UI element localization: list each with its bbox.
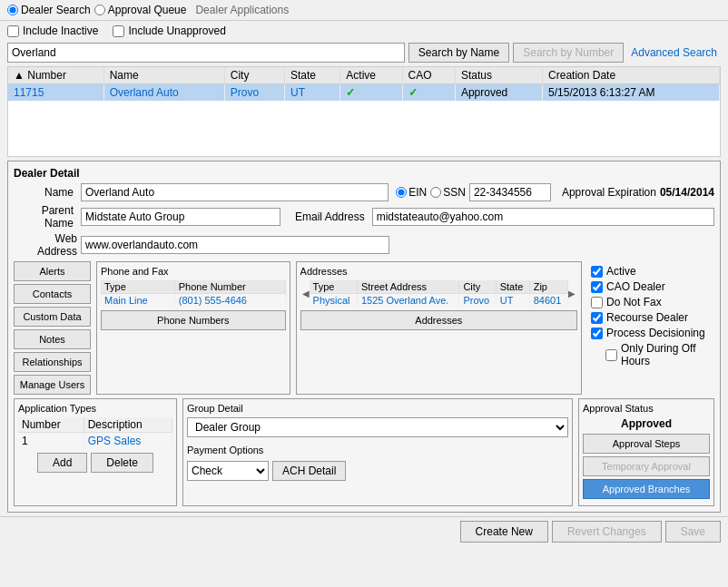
phone-row[interactable]: Main Line (801) 555-4646 xyxy=(101,294,285,308)
phone-table: Type Phone Number Main Line (801) 555-46… xyxy=(101,280,286,307)
app-description: GPS Sales xyxy=(84,433,172,450)
left-buttons-panel: Alerts Contacts Custom Data Notes Relati… xyxy=(14,261,91,395)
app-types-table: Number Description 1 GPS Sales xyxy=(18,417,172,449)
group-detail-section: Group Detail Dealer Group Payment Option… xyxy=(182,398,573,506)
manage-users-button[interactable]: Manage Users xyxy=(14,375,91,395)
payment-options-title: Payment Options xyxy=(187,445,568,455)
recourse-dealer-checkbox[interactable]: Recourse Dealer xyxy=(591,311,711,324)
addr-city-header: City xyxy=(459,280,496,294)
include-inactive-checkbox[interactable]: Include Inactive xyxy=(7,24,98,37)
addr-type: Physical xyxy=(310,294,358,308)
process-decisioning-checkbox[interactable]: Process Decisioning xyxy=(591,327,711,339)
addr-state-header: State xyxy=(496,280,529,294)
col-active-header[interactable]: Active xyxy=(340,67,402,84)
name-label: Name xyxy=(14,186,77,199)
phone-number-header: Phone Number xyxy=(174,280,285,294)
app-types-title: Application Types xyxy=(18,403,172,414)
row-name[interactable]: Overland Auto xyxy=(103,84,224,102)
add-button[interactable]: Add xyxy=(37,453,87,473)
col-state-header[interactable]: State xyxy=(285,67,340,84)
group-select[interactable]: Dealer Group xyxy=(187,417,568,437)
relationships-button[interactable]: Relationships xyxy=(14,352,91,372)
phone-number: (801) 555-4646 xyxy=(174,294,285,308)
save-button[interactable]: Save xyxy=(665,521,721,543)
cao-dealer-checkbox[interactable]: CAO Dealer xyxy=(591,280,711,293)
addr-zip: 84601 xyxy=(529,294,567,308)
temporary-approval-button[interactable]: Temporary Approval xyxy=(583,456,710,476)
app-types-row[interactable]: 1 GPS Sales xyxy=(18,433,172,450)
web-label: Web Address xyxy=(14,232,77,258)
email-input[interactable] xyxy=(372,208,714,226)
delete-button[interactable]: Delete xyxy=(91,453,153,473)
approval-steps-button[interactable]: Approval Steps xyxy=(583,434,710,454)
address-table: Type Street Address City State Zip Physi… xyxy=(310,280,568,307)
col-city-header[interactable]: City xyxy=(224,67,284,84)
tax-input[interactable] xyxy=(469,183,551,201)
col-number-header[interactable]: ▲ Number xyxy=(8,67,103,84)
approval-expiration-label: Approval Expiration xyxy=(562,186,656,199)
notes-button[interactable]: Notes xyxy=(14,329,91,349)
ach-detail-button[interactable]: ACH Detail xyxy=(272,461,346,481)
phone-numbers-button[interactable]: Phone Numbers xyxy=(101,310,286,330)
custom-data-button[interactable]: Custom Data xyxy=(14,307,91,327)
dealer-detail-section: Dealer Detail Name EIN SSN Approval Expi… xyxy=(7,161,721,513)
results-table-container: ▲ Number Name City State Active CAO Stat… xyxy=(7,66,721,157)
approval-expiration-value: 05/14/2014 xyxy=(660,186,714,199)
app-number: 1 xyxy=(18,433,84,450)
table-row[interactable]: 11715 Overland Auto Provo UT ✓ ✓ Approve… xyxy=(8,84,720,102)
address-row[interactable]: Physical 1525 Overland Ave. Provo UT 846… xyxy=(310,294,568,308)
phone-type: Main Line xyxy=(101,294,174,308)
app-number-header: Number xyxy=(18,417,84,433)
approval-status-value: Approved xyxy=(583,417,710,430)
col-cao-header[interactable]: CAO xyxy=(402,67,455,84)
row-city: Provo xyxy=(224,84,284,102)
do-not-fax-checkbox[interactable]: Do Not Fax xyxy=(591,296,711,308)
search-input[interactable] xyxy=(7,43,405,63)
approval-queue-radio[interactable]: Approval Queue xyxy=(94,4,187,16)
row-status: Approved xyxy=(455,84,542,102)
app-desc-header: Description xyxy=(84,417,172,433)
col-name-header[interactable]: Name xyxy=(103,67,224,84)
group-detail-title: Group Detail xyxy=(187,403,568,414)
addr-city: Provo xyxy=(459,294,496,308)
row-cao: ✓ xyxy=(402,84,455,102)
addr-street-header: Street Address xyxy=(357,280,459,294)
dealer-applications-link: Dealer Applications xyxy=(195,4,289,16)
payment-select[interactable]: Check xyxy=(187,461,269,481)
phone-type-header: Type xyxy=(101,280,174,294)
only-off-hours-checkbox[interactable]: Only During Off Hours xyxy=(591,342,711,367)
revert-changes-button[interactable]: Revert Changes xyxy=(552,521,662,543)
alerts-button[interactable]: Alerts xyxy=(14,261,91,281)
col-creation-header[interactable]: Creation Date xyxy=(543,67,720,84)
create-new-button[interactable]: Create New xyxy=(460,521,548,543)
approval-status-title: Approval Status xyxy=(583,403,710,414)
addresses-panel: Addresses ◀ Type Street Address City Sta… xyxy=(296,261,582,395)
addresses-button[interactable]: Addresses xyxy=(300,310,577,330)
scroll-right-icon[interactable]: ▶ xyxy=(568,289,576,298)
active-checkbox[interactable]: Active xyxy=(591,265,711,278)
parent-name-input[interactable] xyxy=(81,208,280,226)
dealer-search-radio[interactable]: Dealer Search xyxy=(7,4,91,16)
ein-radio[interactable]: EIN xyxy=(396,186,427,199)
approval-status-section: Approval Status Approved Approval Steps … xyxy=(578,398,714,506)
contacts-button[interactable]: Contacts xyxy=(14,284,91,304)
addr-type-header: Type xyxy=(310,280,358,294)
row-creation-date: 5/15/2013 6:13:27 AM xyxy=(543,84,720,102)
search-by-number-button[interactable]: Search by Number xyxy=(513,43,624,63)
scroll-left-icon[interactable]: ◀ xyxy=(302,289,310,298)
include-unapproved-checkbox[interactable]: Include Unapproved xyxy=(113,24,225,37)
email-label: Email Address xyxy=(295,210,365,223)
col-status-header[interactable]: Status xyxy=(455,67,542,84)
row-number[interactable]: 11715 xyxy=(8,84,103,102)
advanced-search-link[interactable]: Advanced Search xyxy=(627,46,721,59)
footer: Create New Revert Changes Save xyxy=(0,516,728,546)
checkboxes-panel: Active CAO Dealer Do Not Fax Recourse De… xyxy=(587,261,714,395)
results-table: ▲ Number Name City State Active CAO Stat… xyxy=(8,67,720,101)
web-input[interactable] xyxy=(81,236,389,254)
approved-branches-button[interactable]: Approved Branches xyxy=(583,479,710,499)
addr-street: 1525 Overland Ave. xyxy=(357,294,459,308)
row-state: UT xyxy=(285,84,340,102)
ssn-radio[interactable]: SSN xyxy=(430,186,466,199)
search-by-name-button[interactable]: Search by Name xyxy=(408,43,509,63)
name-input[interactable] xyxy=(81,183,389,201)
